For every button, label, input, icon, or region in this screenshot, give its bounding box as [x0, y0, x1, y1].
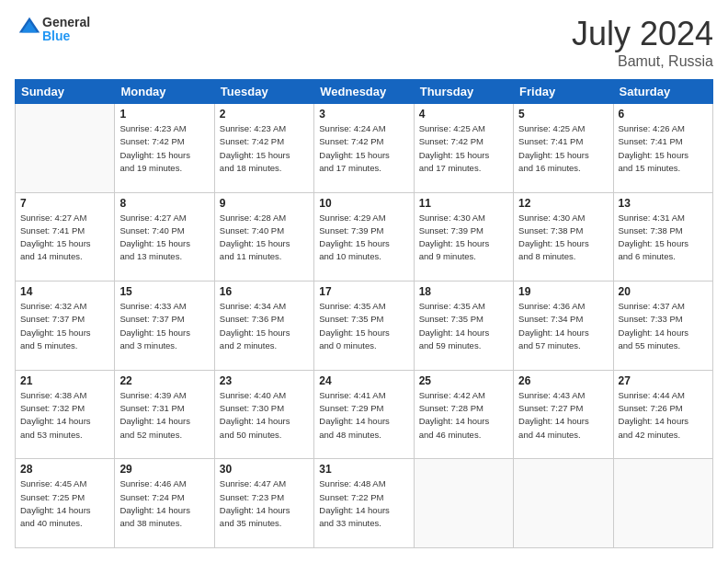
calendar-week-row: 28Sunrise: 4:45 AMSunset: 7:25 PMDayligh…	[16, 459, 713, 548]
day-number: 5	[518, 108, 608, 121]
sun-info: Sunrise: 4:30 AMSunset: 7:38 PMDaylight:…	[518, 212, 608, 264]
sunrise-text: Sunrise: 4:45 AM	[20, 477, 109, 490]
sunset-text: Sunset: 7:39 PM	[319, 224, 408, 237]
sun-info: Sunrise: 4:41 AMSunset: 7:29 PMDaylight:…	[319, 389, 408, 442]
daylight-text: Daylight: 14 hours	[220, 415, 309, 428]
sunrise-text: Sunrise: 4:44 AM	[619, 389, 708, 402]
table-row: 12Sunrise: 4:30 AMSunset: 7:38 PMDayligh…	[514, 192, 613, 282]
day-number: 8	[119, 197, 209, 210]
day-number: 22	[119, 374, 209, 387]
table-row: 10Sunrise: 4:29 AMSunset: 7:39 PMDayligh…	[314, 192, 414, 282]
sunrise-text: Sunrise: 4:29 AM	[319, 212, 408, 224]
daylight-text: Daylight: 15 hours	[119, 237, 209, 250]
sunset-text: Sunset: 7:28 PM	[419, 402, 508, 415]
daylight-text2: and 9 minutes.	[419, 250, 508, 263]
table-row: 18Sunrise: 4:35 AMSunset: 7:35 PMDayligh…	[414, 282, 513, 371]
daylight-text2: and 17 minutes.	[419, 162, 508, 175]
sunset-text: Sunset: 7:22 PM	[319, 491, 408, 504]
daylight-text: Daylight: 14 hours	[20, 504, 109, 517]
calendar-table: Sunday Monday Tuesday Wednesday Thursday…	[15, 79, 713, 548]
sunset-text: Sunset: 7:24 PM	[119, 491, 209, 504]
day-number: 31	[319, 463, 408, 476]
daylight-text: Daylight: 14 hours	[220, 504, 309, 517]
daylight-text: Daylight: 14 hours	[619, 327, 708, 339]
day-number: 16	[220, 285, 309, 298]
sun-info: Sunrise: 4:35 AMSunset: 7:35 PMDaylight:…	[319, 300, 408, 352]
sun-info: Sunrise: 4:30 AMSunset: 7:39 PMDaylight:…	[419, 212, 508, 264]
sunrise-text: Sunrise: 4:25 AM	[518, 122, 608, 135]
table-row: 15Sunrise: 4:33 AMSunset: 7:37 PMDayligh…	[115, 282, 214, 371]
day-number: 18	[419, 285, 508, 298]
sun-info: Sunrise: 4:36 AMSunset: 7:34 PMDaylight:…	[518, 300, 608, 352]
sunset-text: Sunset: 7:37 PM	[119, 313, 209, 326]
sunset-text: Sunset: 7:30 PM	[220, 402, 309, 415]
header-monday: Monday	[115, 80, 214, 104]
day-number: 6	[619, 108, 708, 121]
sun-info: Sunrise: 4:24 AMSunset: 7:42 PMDaylight:…	[319, 122, 408, 175]
sunrise-text: Sunrise: 4:23 AM	[119, 122, 209, 135]
day-number: 9	[220, 197, 309, 210]
daylight-text2: and 57 minutes.	[518, 339, 608, 352]
daylight-text2: and 35 minutes.	[220, 517, 309, 530]
calendar-week-row: 14Sunrise: 4:32 AMSunset: 7:37 PMDayligh…	[16, 282, 713, 371]
daylight-text2: and 18 minutes.	[220, 162, 309, 175]
sunset-text: Sunset: 7:36 PM	[220, 313, 309, 326]
sunset-text: Sunset: 7:37 PM	[20, 313, 109, 326]
day-number: 14	[20, 285, 109, 298]
sunrise-text: Sunrise: 4:40 AM	[220, 389, 309, 402]
table-row: 6Sunrise: 4:26 AMSunset: 7:41 PMDaylight…	[613, 104, 712, 193]
sunrise-text: Sunrise: 4:47 AM	[220, 477, 309, 490]
table-row: 2Sunrise: 4:23 AMSunset: 7:42 PMDaylight…	[214, 104, 313, 193]
day-number: 3	[319, 108, 408, 121]
table-row: 1Sunrise: 4:23 AMSunset: 7:42 PMDaylight…	[115, 104, 214, 193]
sun-info: Sunrise: 4:40 AMSunset: 7:30 PMDaylight:…	[220, 389, 309, 442]
daylight-text: Daylight: 14 hours	[119, 415, 209, 428]
sunset-text: Sunset: 7:42 PM	[419, 135, 508, 148]
header: GeneralBlue July 2024 Bamut, Russia	[15, 15, 713, 70]
daylight-text2: and 15 minutes.	[619, 162, 708, 175]
daylight-text: Daylight: 14 hours	[319, 415, 408, 428]
sunset-text: Sunset: 7:38 PM	[518, 224, 608, 237]
sunset-text: Sunset: 7:42 PM	[220, 135, 309, 148]
daylight-text: Daylight: 14 hours	[619, 415, 708, 428]
sunset-text: Sunset: 7:41 PM	[20, 224, 109, 237]
header-thursday: Thursday	[414, 80, 513, 104]
day-number: 26	[518, 374, 608, 387]
day-number: 23	[220, 374, 309, 387]
sunrise-text: Sunrise: 4:23 AM	[220, 122, 309, 135]
daylight-text: Daylight: 15 hours	[619, 149, 708, 162]
sunset-text: Sunset: 7:39 PM	[419, 224, 508, 237]
day-number: 28	[20, 463, 109, 476]
sun-info: Sunrise: 4:25 AMSunset: 7:42 PMDaylight:…	[419, 122, 508, 175]
daylight-text2: and 44 minutes.	[518, 429, 608, 442]
table-row	[613, 459, 712, 548]
day-number: 4	[419, 108, 508, 121]
daylight-text: Daylight: 15 hours	[419, 149, 508, 162]
location: Bamut, Russia	[572, 53, 713, 70]
table-row: 3Sunrise: 4:24 AMSunset: 7:42 PMDaylight…	[314, 104, 414, 193]
day-number: 25	[419, 374, 508, 387]
daylight-text: Daylight: 15 hours	[20, 237, 109, 250]
header-tuesday: Tuesday	[214, 80, 313, 104]
table-row: 29Sunrise: 4:46 AMSunset: 7:24 PMDayligh…	[115, 459, 214, 548]
sunrise-text: Sunrise: 4:36 AM	[518, 300, 608, 313]
table-row: 20Sunrise: 4:37 AMSunset: 7:33 PMDayligh…	[613, 282, 712, 371]
sun-info: Sunrise: 4:28 AMSunset: 7:40 PMDaylight:…	[220, 212, 309, 264]
table-row: 17Sunrise: 4:35 AMSunset: 7:35 PMDayligh…	[314, 282, 414, 371]
table-row: 7Sunrise: 4:27 AMSunset: 7:41 PMDaylight…	[16, 192, 115, 282]
day-number: 7	[20, 197, 109, 210]
sun-info: Sunrise: 4:34 AMSunset: 7:36 PMDaylight:…	[220, 300, 309, 352]
sunrise-text: Sunrise: 4:32 AM	[20, 300, 109, 313]
sunset-text: Sunset: 7:25 PM	[20, 491, 109, 504]
sunrise-text: Sunrise: 4:35 AM	[419, 300, 508, 313]
sunrise-text: Sunrise: 4:31 AM	[619, 212, 708, 224]
table-row: 30Sunrise: 4:47 AMSunset: 7:23 PMDayligh…	[214, 459, 313, 548]
table-row: 11Sunrise: 4:30 AMSunset: 7:39 PMDayligh…	[414, 192, 513, 282]
sunset-text: Sunset: 7:31 PM	[119, 402, 209, 415]
sunset-text: Sunset: 7:42 PM	[319, 135, 408, 148]
daylight-text2: and 14 minutes.	[20, 250, 109, 263]
page: GeneralBlue July 2024 Bamut, Russia Sund…	[0, 0, 728, 563]
sun-info: Sunrise: 4:48 AMSunset: 7:22 PMDaylight:…	[319, 477, 408, 530]
day-number: 12	[518, 197, 608, 210]
daylight-text: Daylight: 14 hours	[518, 415, 608, 428]
